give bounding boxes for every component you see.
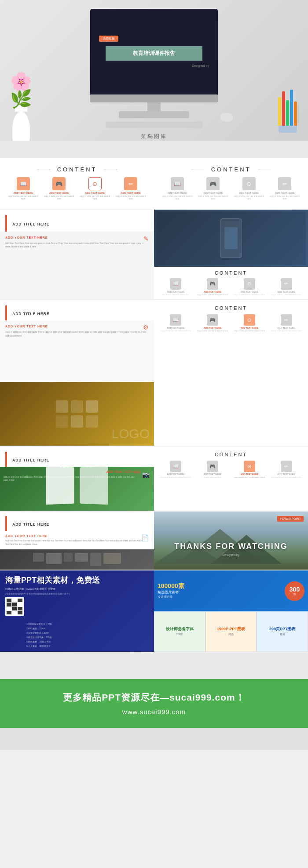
slide1-icon-box-4: ✏ bbox=[281, 278, 292, 290]
slide3-icon-1: 📖 ADD TEXT HERE copy or write your text … bbox=[158, 461, 193, 479]
slide-row-4: ADD TITLE HERE ADD YOUR TEXT HERE 📄 Add … bbox=[0, 512, 308, 570]
promo-right: 100000素 精选图片素材 设计师必备 300 款 设计师必备字体 300款 … bbox=[154, 570, 308, 652]
promo-list: 1.10000张背景图片：77G 2.PPT图表：1500P 3.灰色背景图表：… bbox=[26, 622, 52, 648]
content-title-slide1: CONTENT bbox=[158, 270, 304, 276]
icon-grid-1: 📖 ADD TEXT HERE copy or write your text … bbox=[7, 177, 147, 201]
slide-left-3: ADD TITLE HERE 📷 ADD YOUR TEXT HERE copy… bbox=[0, 447, 154, 511]
slide-right-4-mountain: POWERPOINT THANKS FOR WATCHING Designed … bbox=[154, 512, 308, 570]
icon-desc-2: copy or write your text and paste it her… bbox=[43, 195, 76, 201]
thanks-title: THANKS FOR WATCHING bbox=[174, 542, 288, 551]
icon-box-book: 📖 bbox=[17, 177, 30, 190]
slide2-icon-label-2: ADD TEXT HERE bbox=[195, 327, 230, 329]
vase-decoration: 🌸🌿 bbox=[7, 73, 35, 134]
slide-left-2: ADD TITLE HERE ADD YOUR TEXT HERE ⚙ copy… bbox=[0, 300, 154, 446]
slide1-icon-box-3: ⊙ bbox=[244, 278, 255, 290]
icon-desc-4: copy or write your text and paste it her… bbox=[114, 195, 148, 201]
footer-separator bbox=[0, 728, 308, 750]
add-your-text-4: ADD YOUR TEXT HERE bbox=[5, 534, 149, 538]
add-title-4: ADD TITLE HERE bbox=[5, 516, 149, 531]
content-title-slide3: CONTENT bbox=[158, 452, 304, 457]
monitor: 动态模板 教育培训课件报告 Designed by 菜鸟图库 bbox=[90, 9, 218, 128]
slide3-icon-box-4: ✏ bbox=[281, 461, 292, 472]
icon-grid-slide1: 📖 ADD TEXT HERE Add to write copy and pa… bbox=[158, 278, 304, 296]
body-text-1: Add Your Text Here Your text and paste i… bbox=[5, 241, 149, 249]
icon-box-r4: ✏ bbox=[278, 177, 291, 190]
add-your-text-label-3: ADD YOUR TEXT HERE bbox=[106, 470, 141, 473]
slide-left-1: ADD TITLE HERE ADD YOUR TEXT HERE ✎ Add … bbox=[0, 210, 154, 300]
icon-label-r1: ADD TEXT HERE bbox=[161, 192, 194, 194]
icon-box-circle: ⊙ bbox=[88, 177, 102, 190]
icon-label-2: ADD TEXT HERE bbox=[43, 192, 76, 194]
slide-row-3: ADD TITLE HERE 📷 ADD YOUR TEXT HERE copy… bbox=[0, 447, 308, 511]
body-text-2: copy or write your text and paste it her… bbox=[5, 330, 149, 338]
promo-sub: 扫描此二维码加：sysxxc为好友即可免费送 bbox=[5, 587, 149, 591]
craft-image: LOGO bbox=[0, 382, 154, 446]
icon-grid-r1: 📖 ADD TEXT HERE copy or write your text … bbox=[161, 177, 301, 201]
slide1-icon-desc-4: copy or write your text and paste it her… bbox=[269, 294, 304, 296]
icon-desc-r3: copy or write your text and paste it her… bbox=[232, 195, 266, 201]
content-panel-r-slide1: CONTENT 📖 ADD TEXT HERE Add to write cop… bbox=[154, 267, 308, 300]
monitor-tag: 动态模板 bbox=[99, 36, 118, 42]
slide1-icon-3: ⊙ ADD TEXT HERE copy or write your text … bbox=[232, 278, 267, 296]
body-text-3: copy or write your text and paste it her… bbox=[4, 476, 136, 482]
monitor-title: 教育培训课件报告 bbox=[106, 46, 202, 61]
separator-1 bbox=[0, 141, 308, 158]
mini-panel-3: 200页PPT图表 模板 bbox=[257, 611, 308, 652]
slide2-icon-label-4: ADD TEXT HERE bbox=[269, 327, 304, 329]
work-image bbox=[0, 549, 154, 570]
slide2-icon-3: ⊙ ADD TEXT HERE copy or write your text … bbox=[232, 314, 267, 332]
mini-panel-2: 1500P PPT图表 精选 bbox=[205, 611, 257, 652]
content-panel-r-slide2: CONTENT 📖 ADD TEXT HERE copy or write yo… bbox=[154, 300, 308, 338]
content-panel-right-1: CONTENT 📖 ADD TEXT HERE copy or write yo… bbox=[154, 158, 308, 209]
body-text-4: Add Your Text Here Your text and paste i… bbox=[5, 539, 149, 546]
icon-label-3: ADD TEXT HERE bbox=[78, 192, 112, 194]
phone-image bbox=[154, 210, 308, 267]
slide1-icon-label-2: ADD TEXT HERE bbox=[195, 291, 230, 293]
slide3-icon-box-2: 🎮 bbox=[207, 461, 218, 472]
powerpoint-badge: POWERPOINT bbox=[277, 516, 304, 522]
gear-icon-2: ⚙ bbox=[143, 324, 149, 331]
separator-2 bbox=[0, 653, 308, 679]
slide-content-1: ADD YOUR TEXT HERE ✎ Add Your Text Here … bbox=[0, 232, 154, 300]
promo-headline: 海量PPT相关素材，免费送 bbox=[5, 576, 149, 585]
icon-item-r4: ✏ ADD TEXT HERE copy or write your text … bbox=[268, 177, 302, 201]
mini-panel-1: 设计师必备字体 300款 bbox=[154, 611, 205, 652]
icon-label-r2: ADD TEXT HERE bbox=[197, 192, 230, 194]
icon-item-1: 📖 ADD TEXT HERE copy or write your text … bbox=[7, 177, 40, 201]
add-title-2: ADD TITLE HERE bbox=[5, 305, 149, 320]
icon-desc-3: copy or write your text and paste it her… bbox=[78, 195, 112, 201]
slide3-icon-2: 🎮 ADD TEXT HERE copy or write your text bbox=[195, 461, 230, 479]
footer-promo: 更多精品PPT资源尽在—sucai999.com！ www.sucai999.c… bbox=[0, 679, 308, 728]
slide2-icon-box-4: ✏ bbox=[281, 314, 292, 326]
icon-grid-slide3: 📖 ADD TEXT HERE copy or write your text … bbox=[158, 461, 304, 479]
content-panel-r-slide3: CONTENT 📖 ADD TEXT HERE copy or write yo… bbox=[154, 447, 308, 484]
book-image: 📷 ADD YOUR TEXT HERE copy or write your … bbox=[0, 467, 154, 511]
slide3-icon-4: ✏ ADD TEXT HERE copy or write your text … bbox=[269, 461, 304, 479]
icon-desc-r1: copy or write your text and paste it her… bbox=[161, 195, 194, 201]
icon-box-r1: 📖 bbox=[171, 177, 184, 190]
icon-desc-r4: copy or write your text and paste it her… bbox=[268, 195, 302, 201]
footer-url: www.sucai999.com bbox=[13, 708, 295, 715]
slide2-icon-2: 🎮 ADD TEXT HERE copy or write your text … bbox=[195, 314, 230, 332]
promo-bottom-panels: 设计师必备字体 300款 1500P PPT图表 精选 200页PPT图表 模板 bbox=[154, 611, 308, 652]
slide2-icon-1: 📖 ADD TEXT HERE copy or write your text … bbox=[158, 314, 193, 332]
icon-item-3: ⊙ ADD TEXT HERE copy or write your text … bbox=[78, 177, 112, 201]
icon-box-r3: ⊙ bbox=[242, 177, 256, 190]
pencils bbox=[278, 88, 297, 133]
promo-note: (仅是绘麦发福利的号 有相关性问题请端来后直接咨询 信赖小孝子) bbox=[5, 592, 149, 595]
slide1-icon-box-2: 🎮 bbox=[207, 278, 218, 290]
slide1-icon-4: ✏ ADD TEXT HERE copy or write your text … bbox=[269, 278, 304, 296]
footer-main-text: 更多精品PPT资源尽在—sucai999.com！ bbox=[13, 691, 295, 704]
content-title-r1: CONTENT bbox=[161, 166, 301, 173]
promo-resources-text: 100000素 精选图片素材 设计师必备 bbox=[158, 583, 304, 599]
icon-label-r3: ADD TEXT HERE bbox=[232, 192, 266, 194]
icon-box-game: 🎮 bbox=[52, 177, 66, 190]
icon-box-r2: 🎮 bbox=[206, 177, 220, 190]
slide2-icon-4: ✏ ADD TEXT HERE copy or write your text … bbox=[269, 314, 304, 332]
slide-right-3: CONTENT 📖 ADD TEXT HERE copy or write yo… bbox=[154, 447, 308, 511]
slide1-icon-desc-1: Add to write copy and paste it here bbox=[158, 294, 193, 296]
designed-by-label: Designed by bbox=[174, 553, 288, 556]
slide1-icon-desc-3: copy or write your text and paste it her… bbox=[232, 294, 267, 296]
monitor-subtitle: Designed by bbox=[192, 64, 209, 67]
badge-300: 300 款 bbox=[285, 581, 304, 601]
